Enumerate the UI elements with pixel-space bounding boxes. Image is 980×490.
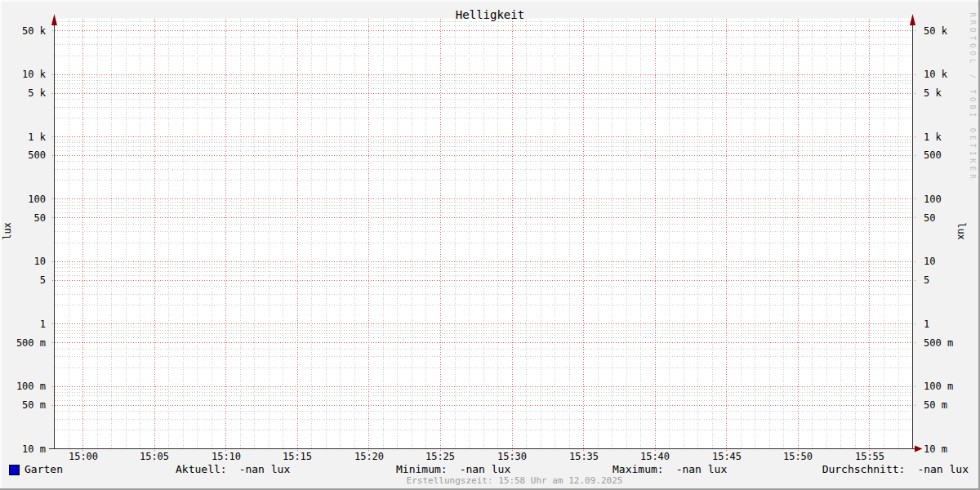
x-tick-label: 15:45: [694, 451, 760, 462]
y-tick-label: 10 k: [924, 69, 947, 80]
x-tick-label: 15:25: [408, 451, 473, 462]
series-label: Garten: [24, 463, 63, 475]
x-tick-label: 15:30: [479, 451, 545, 462]
y-tick-label: 10 m: [22, 443, 46, 455]
stat-durchschnitt-label: Durchschnitt:: [822, 463, 906, 475]
y-tick-label: 10: [924, 256, 935, 267]
y-tick-label: 50 k: [22, 25, 46, 37]
y-tick-label: 100 m: [924, 381, 953, 392]
x-tick-label: 15:35: [551, 451, 617, 462]
stat-maximum: Maximum:-nan lux: [612, 463, 727, 475]
y-tick-label: 50: [924, 212, 935, 224]
y-axis-labels-left: 50 k10 k5 k1 k500100501051500 m100 m50 m…: [0, 0, 49, 490]
stat-minimum-label: Minimum:: [396, 463, 448, 475]
x-tick-label: 15:00: [51, 451, 116, 462]
y-tick-label: 100: [28, 194, 46, 205]
stat-minimum-value: -nan lux: [460, 463, 511, 475]
stat-aktuell: Aktuell:-nan lux: [176, 463, 290, 475]
stat-aktuell-label: Aktuell:: [176, 463, 227, 475]
x-tick-label: 15:20: [336, 451, 402, 462]
y-tick-label: 10 k: [22, 69, 46, 80]
creation-time-text: Erstellungszeit: 15:58 Uhr am 12.09.2025: [0, 475, 980, 486]
y-tick-label: 50 m: [22, 399, 46, 411]
x-tick-label: 15:10: [194, 451, 259, 462]
chart-title: Helligkeit: [0, 8, 980, 21]
y-tick-label: 500 m: [924, 337, 953, 349]
series-color-swatch: [9, 465, 20, 475]
y-tick-label: 50 k: [924, 25, 947, 37]
x-tick-label: 15:55: [837, 451, 902, 462]
y-tick-label: 500: [924, 149, 942, 161]
y-tick-label: 5 k: [28, 87, 46, 99]
y-tick-label: 50: [34, 212, 46, 224]
y-tick-label: 500 m: [16, 337, 46, 349]
y-tick-label: 10 m: [924, 443, 947, 455]
stat-durchschnitt-value: -nan lux: [917, 463, 969, 475]
y-tick-label: 1 k: [924, 131, 942, 143]
y-tick-label: 10: [34, 256, 46, 267]
bevel-edge-top: [0, 0, 980, 2]
stat-minimum: Minimum:-nan lux: [396, 463, 510, 475]
stat-aktuell-value: -nan lux: [239, 463, 291, 475]
y-tick-label: 100 m: [16, 381, 46, 392]
rrdtool-graph: Helligkeit 50 k10 k5 k1 k500100501051500…: [0, 0, 980, 490]
y-axis-title-left: lux: [2, 222, 13, 240]
y-tick-label: 1: [924, 318, 929, 330]
plot-canvas: [0, 0, 980, 490]
rrdtool-watermark: RRDTOOL / TOBI OETIKER: [969, 12, 977, 181]
y-tick-label: 50 m: [924, 399, 947, 411]
y-tick-label: 5: [40, 274, 46, 286]
stat-maximum-value: -nan lux: [676, 463, 728, 475]
x-tick-label: 15:15: [265, 451, 330, 462]
y-tick-label: 5: [924, 274, 929, 286]
y-tick-label: 1 k: [28, 131, 46, 143]
stat-maximum-label: Maximum:: [612, 463, 664, 475]
x-tick-label: 15:05: [122, 451, 187, 462]
stat-durchschnitt: Durchschnitt:-nan lux: [822, 463, 969, 475]
y-axis-labels-right: 50 k10 k5 k1 k500100501051500 m100 m50 m…: [924, 0, 973, 490]
y-tick-label: 5 k: [924, 87, 942, 99]
y-tick-label: 1: [40, 318, 46, 330]
x-tick-label: 15:40: [622, 451, 688, 462]
y-tick-label: 100: [924, 194, 942, 205]
y-tick-label: 500: [28, 149, 46, 161]
y-axis-title-right: lux: [956, 222, 967, 240]
x-tick-label: 15:50: [765, 451, 831, 462]
